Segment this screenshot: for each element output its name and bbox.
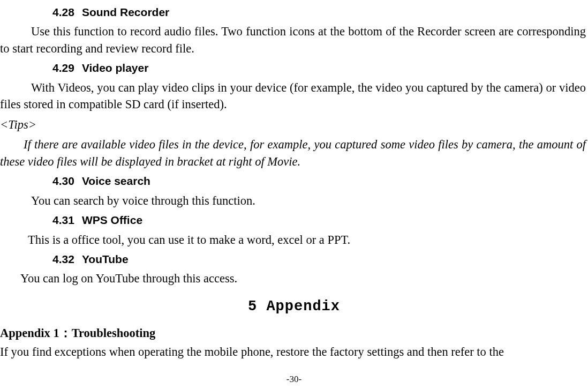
heading-title: Voice search [82,175,150,187]
heading-number: 4.32 [52,251,74,267]
heading-4-32: 4.32YouTube [52,251,588,267]
document-page: 4.28Sound Recorder Use this function to … [0,0,588,361]
paragraph-4-29: With Videos, you can play video clips in… [0,79,588,113]
heading-4-30: 4.30Voice search [52,173,588,189]
heading-number: 4.29 [52,60,74,76]
paragraph-4-31: This is a office tool, you can use it to… [0,231,588,249]
appendix-title: 5 Appendix [0,297,588,317]
heading-title: WPS Office [82,214,142,226]
paragraph-4-30: You can search by voice through this fun… [0,192,588,210]
heading-title: YouTube [82,253,129,265]
heading-number: 4.31 [52,212,74,228]
tips-label: <Tips> [0,116,588,133]
page-number: -30- [0,373,588,386]
paragraph-4-32: You can log on YouTube through this acce… [0,270,588,287]
heading-title: Video player [82,62,149,74]
heading-number: 4.28 [52,4,74,20]
appendix-subheading: Appendix 1：Troubleshooting [0,325,588,342]
heading-4-29: 4.29Video player [52,60,588,76]
tips-body: If there are available video files in th… [0,136,588,170]
heading-number: 4.30 [52,173,74,189]
heading-4-28: 4.28Sound Recorder [52,4,588,20]
heading-title: Sound Recorder [82,6,169,18]
heading-4-31: 4.31WPS Office [52,212,588,228]
paragraph-4-28: Use this function to record audio files.… [0,23,588,57]
appendix-body: If you find exceptions when operating th… [0,343,588,361]
